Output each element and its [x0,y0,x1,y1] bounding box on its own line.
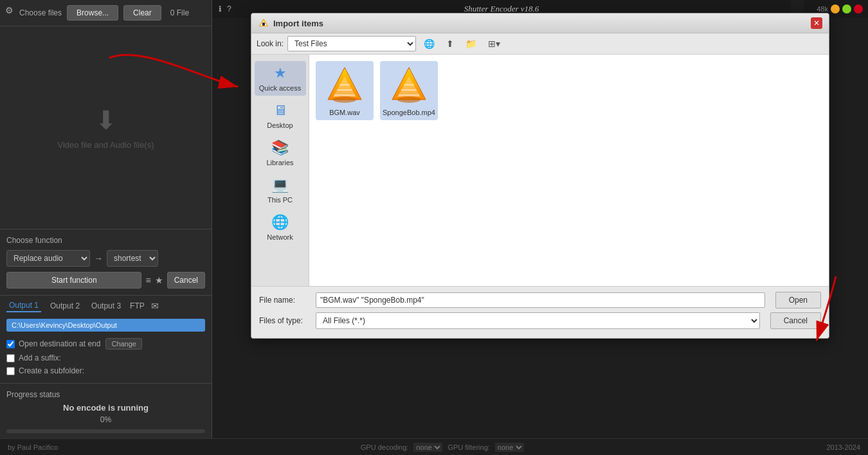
bottom-center: GPU decoding: none GPU filtering: none [361,443,524,452]
svg-rect-6 [339,84,350,85]
open-button[interactable]: Open [775,292,821,308]
svg-rect-12 [404,84,414,85]
year-label: 2013-2024 [826,443,860,451]
tab-ftp[interactable]: FTP [130,301,145,310]
gpu-filtering-select[interactable]: none [495,443,524,452]
subfolder-checkbox[interactable] [6,367,15,375]
file-item-spongebob[interactable]: SpongeBob.mp4 [380,61,438,120]
this-pc-icon: 💻 [271,177,289,193]
dialog-footer: File name: "BGM.wav" "SpongeBob.mp4" Ope… [251,286,829,338]
function-select[interactable]: Replace audio Convert [6,250,90,267]
svg-point-5 [333,96,356,103]
output-path[interactable]: C:\Users\Kevincy\Desktop\Output [6,319,205,332]
cancel-dialog-button[interactable]: Cancel [770,312,821,329]
top-bar: Choose files Browse... Clear 0 File [0,0,212,26]
dialog-toolbar: Look in: Test Files 🌐 ⬆ 📁 ⊞▾ [251,33,829,55]
dialog-title-text: Import items [273,19,323,28]
subfolder-row: Create a subfolder: [6,366,205,375]
file-item-bgm[interactable]: BGM.wav [316,61,374,120]
progress-pct: 0% [6,415,205,424]
gpu-decoding-label: GPU decoding: [361,443,409,451]
open-destination-row: Open destination at end Change [6,338,205,350]
desktop-label: Desktop [267,121,293,129]
file-name-bgm: BGM.wav [329,109,360,116]
open-dest-text: Open destination at end [19,339,100,348]
subfolder-text: Create a subfolder: [19,366,84,375]
change-button[interactable]: Change [105,338,142,350]
svg-rect-8 [334,94,355,96]
clear-button[interactable]: Clear [123,5,161,21]
tab-output3[interactable]: Output 3 [89,300,123,312]
function-row: Replace audio Convert → shortest longest [6,250,205,267]
output-tabs: Output 1 Output 2 Output 3 FTP ✉ [0,295,212,316]
svg-rect-7 [337,89,352,91]
arrow-icon: → [94,253,103,263]
up-folder-button[interactable]: ⬆ [442,36,458,51]
tab-output1[interactable]: Output 1 [6,299,41,312]
sidebar-item-desktop[interactable]: 🖥 Desktop [255,98,306,133]
subfolder-label: Create a subfolder: [6,366,84,375]
dialog-body: ★ Quick access 🖥 Desktop 📚 Libraries 💻 T… [251,55,829,286]
open-dest-checkbox[interactable] [6,340,15,348]
star-icon[interactable]: ★ [155,275,163,285]
progress-title: Progress status [6,390,205,399]
open-dest-label[interactable]: Open destination at end [6,339,100,348]
gpu-decoding-select[interactable]: none [413,443,442,452]
filetype-select[interactable]: All Files (*.*) [316,312,760,329]
file-browser-area: BGM.wav [309,55,829,286]
network-label: Network [267,233,293,241]
vlc-cone-icon-spongebob [388,65,429,106]
choose-files-label: Choose files [19,8,62,17]
suffix-row: Add a suffix: [6,353,205,362]
shortest-select[interactable]: shortest longest [107,250,158,267]
desktop-icon: 🖥 [273,102,287,119]
vlc-logo-icon [258,17,269,29]
left-panel: ⚙ Choose files Browse... Clear 0 File ⬇ … [0,0,212,455]
settings-icon[interactable]: ⚙ [5,5,14,15]
sidebar-item-this-pc[interactable]: 💻 This PC [255,173,306,208]
drop-zone: ⬇ Video file and Audio file(s) [0,26,212,229]
network-icon: 🌐 [271,214,289,231]
options-section: Open destination at end Change Add a suf… [0,334,212,383]
filename-row: File name: "BGM.wav" "SpongeBob.mp4" Ope… [259,292,821,308]
browse-button[interactable]: Browse... [67,5,118,21]
look-in-select[interactable]: Test Files [287,36,416,51]
bottom-bar: by Paul Pacifico GPU decoding: none GPU … [0,438,868,455]
quick-access-label: Quick access [259,84,301,92]
choose-function-label: Choose function [6,236,205,245]
dialog-sidebar: ★ Quick access 🖥 Desktop 📚 Libraries 💻 T… [251,55,309,286]
sidebar-item-libraries[interactable]: 📚 Libraries [255,136,306,170]
dialog-close-button[interactable]: ✕ [811,17,822,29]
start-function-button[interactable]: Start function [6,272,141,289]
filename-input[interactable]: "BGM.wav" "SpongeBob.mp4" [316,292,765,308]
dialog-overlay: Import items ✕ Look in: Test Files 🌐 ⬆ 📁… [212,0,868,438]
progress-bar-track [6,429,205,433]
libraries-icon: 📚 [271,139,289,156]
filetype-row: Files of type: All Files (*.*) Cancel [259,312,821,329]
svg-rect-14 [399,94,419,96]
choose-function-section: Choose function Replace audio Convert → … [0,229,212,295]
filetype-label: Files of type: [259,316,311,325]
suffix-label: Add a suffix: [6,353,61,362]
go-back-button[interactable]: 🌐 [420,36,439,51]
look-in-label: Look in: [257,39,284,48]
dialog-titlebar: Import items ✕ [251,13,829,33]
gpu-filtering-label: GPU filtering: [448,443,489,451]
svg-point-11 [397,96,420,103]
new-folder-button[interactable]: 📁 [462,36,480,51]
sidebar-item-network[interactable]: 🌐 Network [255,210,306,245]
list-icon[interactable]: ≡ [145,275,150,285]
sidebar-item-quick-access[interactable]: ★ Quick access [255,61,306,96]
no-encode-label: No encode is running [6,403,205,413]
dialog-title-left: Import items [258,17,323,29]
tab-output2[interactable]: Output 2 [48,300,82,312]
file-count: 0 File [170,8,189,17]
file-name-spongebob: SpongeBob.mp4 [383,109,435,116]
svg-rect-13 [401,89,417,91]
cancel-button[interactable]: Cancel [167,272,205,289]
vlc-cone-icon-bgm [324,65,365,106]
suffix-checkbox[interactable] [6,354,15,362]
email-icon[interactable]: ✉ [151,301,159,311]
start-row: Start function ≡ ★ Cancel [6,272,205,289]
view-toggle-button[interactable]: ⊞▾ [484,36,504,51]
